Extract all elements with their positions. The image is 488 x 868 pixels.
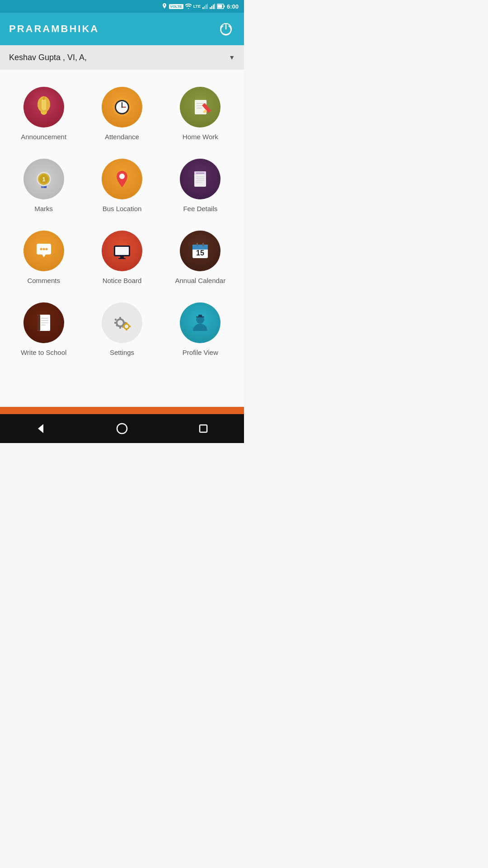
nav-bar (0, 414, 244, 443)
attendance-label: Attendance (105, 133, 139, 141)
grid-item-noticeboard[interactable]: Notice Board (83, 222, 161, 290)
svg-point-43 (40, 248, 42, 250)
recent-button[interactable] (190, 415, 217, 442)
svg-rect-76 (122, 326, 124, 327)
back-icon (34, 422, 47, 435)
orange-divider (0, 407, 244, 414)
signal-icon (202, 4, 208, 9)
dropdown-arrow-icon: ▼ (229, 54, 235, 61)
writetoschool-label: Write to School (21, 349, 66, 356)
menu-grid: Announcement Attendance (0, 70, 244, 371)
grid-item-profileview[interactable]: Profile View (161, 294, 239, 362)
svg-rect-55 (202, 243, 204, 246)
power-icon (219, 22, 233, 36)
svg-point-35 (119, 174, 125, 179)
svg-rect-77 (129, 326, 131, 327)
comments-icon (23, 231, 64, 271)
student-selector[interactable]: Keshav Gupta , VI, A, ▼ (0, 45, 244, 70)
writetoschool-icon (23, 302, 64, 343)
svg-rect-1 (204, 6, 205, 9)
grid-item-announcement[interactable]: Announcement (5, 79, 83, 146)
svg-rect-66 (119, 326, 121, 329)
grid-item-writetoschool[interactable]: Write to School (5, 294, 83, 362)
app-title: PRARAMBHIKA (9, 23, 99, 35)
buslocation-icon (102, 159, 142, 199)
svg-point-44 (42, 248, 45, 250)
location-icon (162, 3, 167, 9)
profileview-icon (180, 302, 221, 343)
svg-point-45 (45, 248, 47, 250)
svg-rect-10 (224, 5, 225, 7)
status-time: 6:00 (227, 3, 239, 10)
homework-label: Home Work (183, 133, 218, 141)
svg-rect-48 (120, 256, 124, 258)
power-button[interactable] (217, 20, 235, 38)
status-bar: VOLTE LTE 6:00 (0, 0, 244, 13)
svg-rect-75 (126, 329, 127, 330)
volte-badge: VOLTE (169, 4, 183, 9)
attendance-icon (102, 87, 142, 127)
comments-label: Comments (27, 277, 60, 284)
grid-item-feedetails[interactable]: Fee Details (161, 151, 239, 218)
settings-label: Settings (110, 349, 134, 356)
svg-rect-6 (213, 5, 214, 9)
profileview-label: Profile View (183, 349, 218, 356)
grid-item-annualcalendar[interactable]: 15 Annual Calendar (161, 222, 239, 290)
announcement-icon (23, 87, 64, 127)
svg-rect-67 (114, 322, 117, 324)
grid-item-buslocation[interactable]: Bus Location (83, 151, 161, 218)
svg-rect-49 (118, 258, 126, 259)
grid-item-homework[interactable]: Home Work (161, 79, 239, 146)
svg-rect-54 (197, 243, 198, 246)
homework-icon (180, 87, 221, 127)
svg-rect-9 (217, 5, 222, 8)
grid-item-comments[interactable]: Comments (5, 222, 83, 290)
svg-marker-81 (38, 424, 43, 433)
recent-icon (197, 422, 210, 435)
noticeboard-icon (102, 231, 142, 271)
home-button[interactable] (108, 415, 136, 442)
home-icon (116, 422, 128, 435)
svg-rect-58 (38, 315, 40, 331)
student-name: Keshav Gupta , VI, A, (9, 53, 87, 62)
svg-point-64 (117, 320, 123, 326)
lte-label: LTE (193, 4, 201, 9)
announcement-label: Announcement (21, 133, 66, 141)
feedetails-label: Fee Details (183, 205, 217, 212)
svg-point-73 (125, 325, 128, 328)
svg-point-82 (117, 424, 127, 434)
status-icons: VOLTE LTE 6:00 (162, 3, 239, 10)
svg-rect-7 (214, 4, 215, 9)
svg-rect-3 (207, 4, 208, 9)
grid-item-attendance[interactable]: Attendance (83, 79, 161, 146)
battery-icon (217, 4, 225, 9)
svg-rect-5 (211, 6, 212, 9)
svg-rect-74 (126, 322, 127, 324)
svg-rect-4 (210, 7, 211, 9)
svg-point-16 (42, 97, 45, 100)
annualcalendar-label: Annual Calendar (175, 277, 225, 284)
svg-rect-83 (200, 425, 207, 432)
svg-rect-2 (206, 5, 207, 9)
wifi-icon (185, 4, 192, 9)
marks-label: Marks (34, 205, 53, 212)
annualcalendar-icon: 15 (180, 231, 221, 271)
noticeboard-label: Notice Board (103, 277, 142, 284)
svg-text:1: 1 (42, 176, 45, 183)
svg-rect-0 (202, 7, 204, 9)
grid-item-settings[interactable]: Settings (83, 294, 161, 362)
grid-item-marks[interactable]: 1 Marks (5, 151, 83, 218)
feedetails-icon (180, 159, 221, 199)
buslocation-label: Bus Location (103, 205, 142, 212)
svg-rect-80 (198, 315, 202, 317)
back-button[interactable] (27, 415, 54, 442)
svg-rect-65 (119, 317, 121, 319)
svg-rect-15 (42, 100, 46, 110)
header: PRARAMBHIKA (0, 13, 244, 45)
settings-icon (102, 302, 142, 343)
signal2-icon (210, 4, 215, 9)
svg-point-22 (121, 107, 122, 108)
marks-icon: 1 (23, 159, 64, 199)
svg-text:15: 15 (196, 249, 204, 257)
